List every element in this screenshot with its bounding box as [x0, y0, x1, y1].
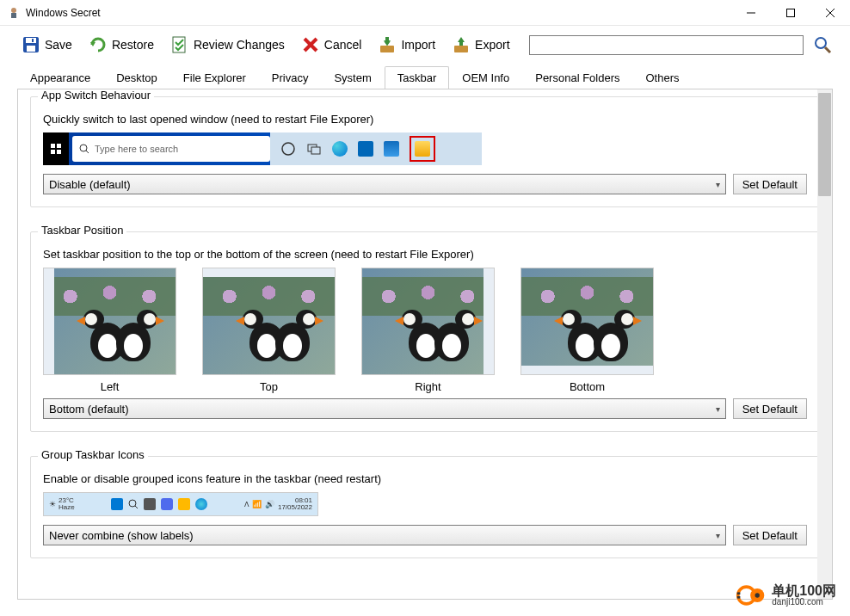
restore-icon — [88, 34, 108, 55]
watermark-en: danji100.com — [772, 598, 836, 607]
preview-tray-wifi-icon: 📶 — [252, 500, 262, 508]
tab-bar: Appearance Desktop File Explorer Privacy… — [0, 65, 850, 89]
preview-tv-icon — [144, 498, 156, 510]
scrollbar-thumb[interactable] — [818, 93, 831, 196]
save-icon — [21, 34, 41, 55]
thumb-top[interactable] — [202, 268, 336, 375]
preview-haze: Haze — [59, 504, 75, 511]
maximize-button[interactable] — [771, 0, 810, 26]
tab-appearance[interactable]: Appearance — [17, 66, 103, 89]
preview-folder-icon — [178, 498, 190, 510]
titlebar: Windows Secret — [0, 0, 850, 26]
preview-weather-icon: ☀ — [49, 500, 56, 508]
preview-store-icon — [358, 141, 373, 157]
svg-rect-31 — [311, 147, 320, 154]
review-icon — [169, 34, 190, 55]
tab-personal-folders[interactable]: Personal Folders — [522, 66, 632, 89]
svg-rect-18 — [454, 46, 468, 52]
preview-tray-chevron-icon: ᐱ — [244, 501, 249, 508]
import-button[interactable]: Import — [373, 33, 439, 57]
thumb-bottom[interactable] — [520, 268, 654, 375]
legend-position: Taskbar Position — [38, 224, 126, 237]
content-panel: App Switch Behaviour Quickly switch to l… — [17, 89, 833, 600]
tab-oem-info[interactable]: OEM Info — [449, 66, 522, 89]
svg-point-29 — [282, 143, 294, 155]
group-taskbar-position: Taskbar Position Set taskbar position to… — [30, 231, 820, 432]
preview-taskbar-switch: Type here to search — [43, 132, 482, 165]
desc-position: Set taskbar position to the top or the b… — [43, 248, 807, 261]
svg-rect-26 — [57, 150, 61, 154]
btn-default-app-switch[interactable]: Set Default — [733, 174, 807, 194]
export-icon — [451, 34, 471, 55]
preview-chat-icon — [161, 498, 173, 510]
svg-point-21 — [816, 38, 826, 48]
svg-rect-9 — [32, 39, 34, 42]
desc-group: Enable or disable grouped icons feature … — [43, 472, 807, 485]
watermark-cn: 单机100网 — [772, 584, 836, 598]
watermark-logo-icon — [736, 580, 767, 611]
svg-point-32 — [129, 500, 136, 507]
group-taskbar-icons: Group Taskbar Icons Enable or disable gr… — [30, 456, 820, 558]
review-label: Review Changes — [194, 38, 285, 52]
save-label: Save — [45, 38, 72, 52]
thumb-label-top: Top — [260, 380, 278, 393]
preview-search-icon — [128, 499, 139, 509]
svg-rect-8 — [27, 46, 35, 52]
dropdown-group[interactable]: Never combine (show labels) — [43, 525, 726, 545]
svg-line-22 — [825, 47, 830, 52]
preview-search-text: Type here to search — [95, 144, 178, 154]
cancel-button[interactable]: Cancel — [297, 33, 366, 57]
svg-point-0 — [11, 8, 16, 13]
svg-point-27 — [80, 145, 87, 151]
svg-line-33 — [135, 506, 138, 508]
dropdown-app-switch[interactable]: Disable (default) — [43, 174, 726, 194]
tab-file-explorer[interactable]: File Explorer — [170, 66, 259, 89]
search-icon[interactable] — [812, 34, 833, 55]
export-label: Export — [475, 38, 509, 52]
thumb-label-left: Left — [101, 380, 120, 393]
svg-rect-38 — [737, 596, 741, 599]
cancel-icon — [300, 34, 321, 55]
search-input[interactable] — [529, 35, 804, 55]
svg-line-28 — [86, 151, 89, 153]
preview-explorer-icon — [415, 141, 430, 157]
svg-rect-37 — [737, 592, 741, 594]
restore-label: Restore — [112, 38, 154, 52]
svg-rect-25 — [51, 150, 55, 154]
scrollbar[interactable] — [817, 89, 832, 599]
svg-rect-20 — [459, 40, 463, 46]
tab-privacy[interactable]: Privacy — [259, 66, 322, 89]
tab-others[interactable]: Others — [633, 66, 693, 89]
svg-rect-1 — [11, 13, 16, 18]
watermark: 单机100网 danji100.com — [736, 580, 836, 611]
tab-desktop[interactable]: Desktop — [103, 66, 170, 89]
dropdown-position[interactable]: Bottom (default) — [43, 398, 726, 419]
svg-rect-3 — [787, 9, 795, 16]
svg-rect-23 — [51, 144, 55, 148]
preview-search-box: Type here to search — [72, 136, 270, 162]
preview-start-icon — [43, 132, 69, 165]
tab-system[interactable]: System — [321, 66, 384, 89]
svg-rect-17 — [385, 37, 389, 42]
export-button[interactable]: Export — [447, 33, 513, 57]
close-button[interactable] — [810, 0, 850, 26]
review-button[interactable]: Review Changes — [166, 33, 288, 57]
preview-edge-icon — [332, 141, 348, 157]
import-icon — [377, 34, 397, 55]
svg-rect-24 — [57, 144, 61, 148]
minimize-button[interactable] — [731, 0, 771, 26]
btn-default-group[interactable]: Set Default — [733, 525, 807, 545]
save-button[interactable]: Save — [17, 33, 76, 57]
preview-edge2-icon — [195, 498, 207, 510]
tab-taskbar[interactable]: Taskbar — [385, 66, 450, 89]
preview-date: 17/05/2022 — [278, 504, 312, 511]
preview-mail-icon — [384, 141, 399, 157]
preview-tray-vol-icon: 🔊 — [265, 500, 274, 508]
preview-win-icon — [111, 498, 123, 510]
restore-button[interactable]: Restore — [84, 33, 157, 57]
thumb-right[interactable] — [361, 268, 495, 375]
btn-default-position[interactable]: Set Default — [733, 398, 807, 419]
import-label: Import — [401, 38, 435, 52]
thumb-left[interactable] — [43, 268, 176, 375]
thumb-label-bottom: Bottom — [570, 380, 605, 393]
